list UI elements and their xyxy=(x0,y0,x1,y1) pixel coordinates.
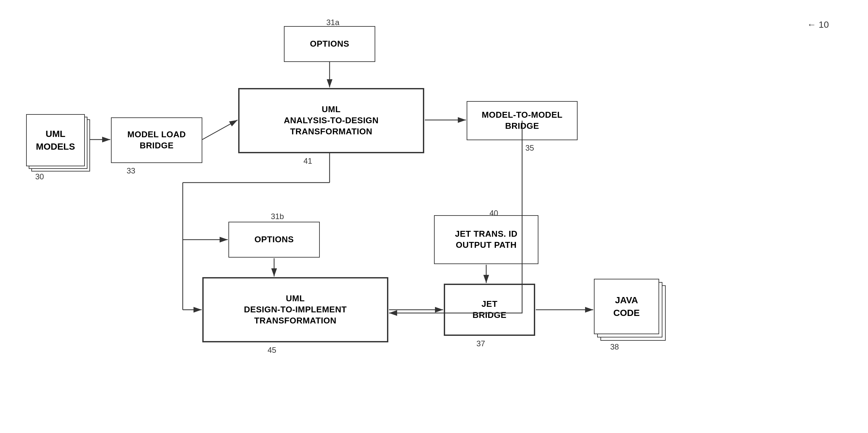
ref-40: 40 xyxy=(490,209,498,218)
model-load-bridge-box: MODEL LOADBRIDGE xyxy=(111,118,202,163)
uml-analysis-box: UMLANALYSIS-TO-DESIGNTRANSFORMATION xyxy=(238,88,424,153)
ref-33: 33 xyxy=(127,166,135,175)
options-bottom-label: OPTIONS xyxy=(254,234,294,245)
java-code-label: JAVACODE xyxy=(614,294,640,319)
uml-design-box: UMLDESIGN-TO-IMPLEMENTTRANSFORMATION xyxy=(202,277,388,342)
options-top-box: OPTIONS xyxy=(284,26,375,62)
ref-37: 37 xyxy=(476,339,485,348)
ref-30: 30 xyxy=(35,172,44,181)
model-load-bridge-label: MODEL LOADBRIDGE xyxy=(127,129,186,151)
options-top-label: OPTIONS xyxy=(310,38,349,49)
jet-trans-box: JET TRANS. IDOUTPUT PATH xyxy=(434,215,538,264)
options-bottom-box: OPTIONS xyxy=(228,222,320,258)
ref-31a: 31a xyxy=(326,18,339,27)
jet-bridge-box: JETBRIDGE xyxy=(444,284,535,336)
ref-38: 38 xyxy=(610,342,619,352)
jet-trans-label: JET TRANS. IDOUTPUT PATH xyxy=(455,229,517,251)
ref-41: 41 xyxy=(304,157,312,166)
ref-45: 45 xyxy=(268,345,276,355)
uml-models-label: UML MODELS xyxy=(27,128,84,153)
diagram-container: ← 10 UML MODELS 30 MODEL LOADBRIDGE 33 O… xyxy=(0,0,868,433)
model-to-model-label: MODEL-TO-MODELBRIDGE xyxy=(482,109,563,132)
ref-31b: 31b xyxy=(271,212,284,221)
ref-35: 35 xyxy=(525,143,534,153)
figure-number: ← 10 xyxy=(807,20,829,30)
model-to-model-box: MODEL-TO-MODELBRIDGE xyxy=(467,101,578,140)
uml-analysis-label: UMLANALYSIS-TO-DESIGNTRANSFORMATION xyxy=(284,104,379,137)
svg-line-2 xyxy=(202,120,238,139)
uml-design-label: UMLDESIGN-TO-IMPLEMENTTRANSFORMATION xyxy=(244,293,346,326)
jet-bridge-label: JETBRIDGE xyxy=(472,299,506,321)
